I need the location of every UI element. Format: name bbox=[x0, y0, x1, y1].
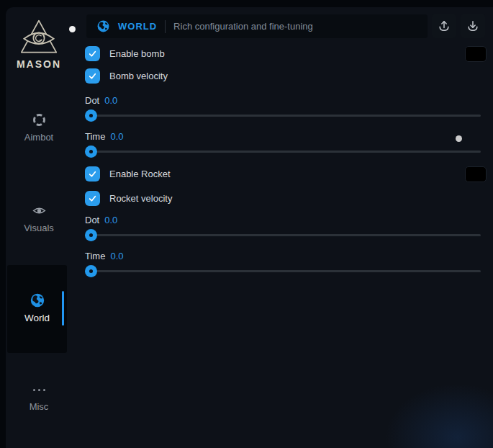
download-config-button[interactable] bbox=[461, 14, 485, 38]
page-subtitle: Rich configuration and fine-tuning bbox=[173, 21, 313, 32]
eye-icon bbox=[32, 203, 47, 218]
sidebar: MASON Aimbot Visuals World bbox=[6, 7, 72, 448]
bomb-color-swatch[interactable] bbox=[465, 46, 487, 62]
sidebar-item-label: Misc bbox=[30, 401, 49, 412]
globe-icon bbox=[30, 292, 45, 308]
enable-bomb-checkbox[interactable] bbox=[85, 46, 100, 61]
upload-icon bbox=[437, 19, 451, 33]
slider-value: 0.0 bbox=[104, 215, 117, 225]
slider-thumb[interactable] bbox=[85, 229, 97, 241]
slider-value: 0.0 bbox=[110, 251, 123, 261]
check-icon bbox=[88, 71, 97, 81]
bomb-time-slider-label: Time 0.0 bbox=[85, 131, 123, 142]
slider-track[interactable] bbox=[85, 234, 481, 236]
app-window: MASON Aimbot Visuals World bbox=[6, 7, 493, 448]
rocket-velocity-row: Rocket velocity bbox=[85, 191, 172, 206]
rocket-dot-slider bbox=[85, 229, 481, 241]
rocket-time-slider bbox=[85, 265, 481, 277]
slider-track[interactable] bbox=[85, 115, 481, 117]
slider-thumb[interactable] bbox=[85, 265, 97, 277]
checkbox-label: Bomb velocity bbox=[109, 71, 168, 81]
download-icon bbox=[466, 19, 480, 33]
bomb-dot-slider bbox=[85, 109, 481, 122]
rocket-color-swatch[interactable] bbox=[465, 166, 487, 182]
slider-thumb[interactable] bbox=[85, 145, 97, 158]
slider-track[interactable] bbox=[85, 270, 481, 272]
check-icon bbox=[88, 169, 97, 179]
checkbox-label: Rocket velocity bbox=[109, 193, 172, 204]
sidebar-item-label: Aimbot bbox=[24, 132, 53, 143]
corner-glow bbox=[385, 383, 493, 448]
check-icon bbox=[88, 194, 97, 203]
rocket-velocity-checkbox[interactable] bbox=[85, 191, 100, 206]
rocket-dot-slider-label: Dot 0.0 bbox=[85, 215, 117, 225]
crosshair-icon bbox=[32, 112, 47, 127]
page-title: WORLD bbox=[118, 21, 157, 32]
globe-icon bbox=[96, 19, 110, 33]
checkbox-label: Enable bomb bbox=[109, 48, 165, 59]
sidebar-item-label: World bbox=[24, 313, 50, 323]
enable-rocket-checkbox[interactable] bbox=[85, 166, 100, 182]
brand-name: MASON bbox=[6, 58, 72, 70]
checkbox-label: Enable Rocket bbox=[109, 169, 171, 179]
bomb-dot-slider-label: Dot 0.0 bbox=[85, 95, 117, 106]
slider-track[interactable] bbox=[85, 151, 481, 153]
rocket-time-slider-label: Time 0.0 bbox=[85, 251, 123, 261]
sidebar-item-label: Visuals bbox=[24, 223, 54, 233]
bomb-velocity-row: Bomb velocity bbox=[85, 68, 168, 84]
sidebar-item-misc[interactable]: Misc bbox=[6, 382, 72, 412]
sidebar-item-visuals[interactable]: Visuals bbox=[6, 203, 72, 233]
sidebar-item-world[interactable]: World bbox=[7, 265, 67, 353]
enable-rocket-row: Enable Rocket bbox=[85, 166, 171, 182]
enable-bomb-row: Enable bomb bbox=[85, 46, 165, 61]
ellipsis-icon bbox=[33, 382, 45, 397]
active-tab-indicator bbox=[62, 291, 64, 326]
header-divider bbox=[165, 20, 166, 33]
upload-config-button[interactable] bbox=[432, 14, 456, 38]
bomb-velocity-checkbox[interactable] bbox=[85, 68, 100, 84]
page-header: WORLD Rich configuration and fine-tuning bbox=[86, 14, 428, 38]
check-icon bbox=[88, 49, 97, 58]
slider-thumb[interactable] bbox=[85, 109, 97, 122]
sidebar-item-aimbot[interactable]: Aimbot bbox=[6, 112, 72, 143]
app-root: { "brand": {"name": "MASON", "logo": "ma… bbox=[0, 0, 493, 448]
slider-value: 0.0 bbox=[110, 131, 123, 142]
cursor-dot bbox=[69, 26, 76, 32]
brand: MASON bbox=[6, 19, 72, 70]
bomb-time-slider bbox=[85, 145, 481, 158]
slider-value: 0.0 bbox=[104, 95, 117, 106]
masonic-eye-logo bbox=[19, 19, 59, 56]
cursor-dot-secondary bbox=[456, 135, 462, 142]
